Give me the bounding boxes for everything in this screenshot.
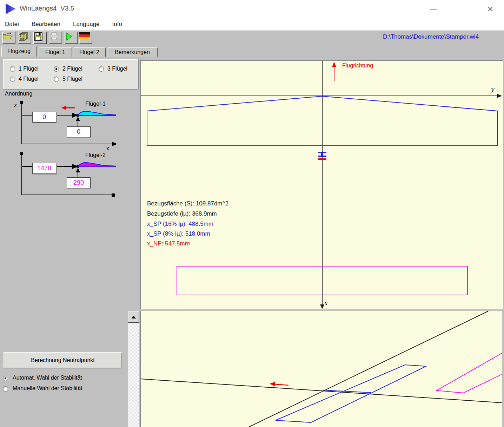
info-bezugstiefe: Bezugstiefe (lµ): 368.9mm: [147, 210, 217, 217]
radio-manual-stability[interactable]: [3, 386, 8, 392]
current-file-path: D:\Thomas\Dokumente\Stamper.wl4: [383, 33, 479, 40]
tab-fluegel-1[interactable]: Flügel 1: [39, 47, 72, 57]
calc-neutralpoint-label: Berechnung Neutralpunkt: [31, 357, 94, 363]
floppy-icon: [34, 32, 43, 41]
tabstrip: Flugzeug Flügel 1 Flügel 2 Bemerkungen: [0, 45, 504, 57]
radio-1-fluegel[interactable]: [10, 66, 15, 72]
wing1-offset-input[interactable]: [32, 112, 56, 123]
radio-5-fluegel-label: 5 Flügel: [62, 76, 82, 82]
wing-count-group: 1 Flügel 2 Flügel 3 Flügel 4 Flügel 5 Fl…: [3, 59, 138, 89]
radio-auto-stability-label: Automat. Wahl der Stabilität: [13, 375, 82, 381]
radio-2-fluegel-label: 2 Flügel: [62, 66, 82, 72]
titlebar: WinLaengs4 V3.5 — ✕: [0, 0, 504, 18]
run-calculation-button[interactable]: [65, 32, 78, 44]
x-axis-label: x: [324, 300, 327, 307]
menubar: Datei Bearbeiten Language Info: [0, 18, 504, 30]
tab-bemerkungen[interactable]: Bemerkungen: [107, 47, 158, 57]
tab-flugzeug[interactable]: Flugzeug: [1, 46, 37, 57]
perspective-view: [140, 311, 502, 427]
menu-datei[interactable]: Datei: [1, 19, 23, 29]
menu-info[interactable]: Info: [108, 19, 126, 29]
minimize-icon: —: [430, 5, 437, 13]
close-button[interactable]: ✕: [482, 4, 498, 15]
language-button[interactable]: [79, 32, 92, 44]
radio-4-fluegel-label: 4 Flügel: [19, 76, 39, 82]
radio-4-fluegel[interactable]: [10, 77, 15, 82]
maximize-button[interactable]: [454, 4, 470, 15]
tab-fluegel-2[interactable]: Flügel 2: [73, 47, 106, 57]
open-file-button[interactable]: [2, 32, 15, 44]
radio-auto-stability[interactable]: [3, 376, 8, 381]
printer-icon: [49, 32, 59, 40]
radio-manual-stability-label: Manuelle Wahl der Stabilität: [13, 385, 82, 392]
scrollbar-up-button[interactable]: [128, 311, 139, 323]
flight-direction-label: Flugrichtung: [342, 63, 373, 69]
arrangement-diagram: z x Flügel-1 Flügel-2: [3, 97, 137, 199]
radio-2-fluegel[interactable]: [54, 66, 59, 72]
wing1-height-input[interactable]: [67, 126, 91, 137]
calc-neutralpoint-button[interactable]: Berechnung Neutralpunkt: [4, 352, 122, 368]
radio-3-fluegel[interactable]: [99, 66, 104, 72]
radio-5-fluegel[interactable]: [54, 77, 59, 82]
z-axis-label: z: [14, 102, 17, 109]
window-title: WinLaengs4 V3.5: [20, 5, 74, 12]
wing2-label: Flügel-2: [85, 152, 106, 158]
tab-label: Flügel 1: [45, 49, 65, 55]
radio-1-fluegel-label: 1 Flügel: [19, 66, 39, 72]
perspective-drawing: [141, 311, 502, 427]
app-icon: [5, 3, 17, 14]
german-flag-icon: [79, 32, 90, 39]
up-arrow-icon: [132, 316, 136, 318]
tab-label: Bemerkungen: [115, 49, 150, 55]
close-icon: ✕: [487, 5, 493, 14]
x-axis-label: x: [106, 145, 109, 152]
toolbar: D:\Thomas\Dokumente\Stamper.wl4: [0, 30, 504, 45]
planform-view: Flugrichtung y x Bezugsfläche (S): 109.8…: [140, 60, 503, 309]
save-button[interactable]: [33, 32, 47, 44]
print-button[interactable]: [49, 32, 62, 44]
scrollbar-track[interactable]: [128, 323, 139, 427]
tab-label: Flügel 2: [79, 49, 99, 55]
planform-drawing: [141, 61, 503, 309]
wing2-height-input[interactable]: [67, 177, 91, 188]
info-xsp8: x_SP (8% lµ): 518.0mm: [147, 230, 210, 237]
menu-language[interactable]: Language: [69, 19, 104, 29]
y-axis-label: y: [491, 86, 494, 93]
green-play-icon: [65, 32, 73, 41]
floppy-stack-icon: [18, 32, 29, 41]
left-panel: 1 Flügel 2 Flügel 3 Flügel 4 Flügel 5 Fl…: [0, 57, 140, 427]
tab-label: Flugzeug: [7, 48, 31, 54]
radio-3-fluegel-label: 3 Flügel: [107, 66, 127, 72]
info-bezugsflaeche: Bezugsfläche (S): 109.87dm^2: [147, 200, 228, 207]
menu-bearbeiten[interactable]: Bearbeiten: [27, 19, 65, 29]
maximize-icon: [459, 6, 465, 12]
open-folder-icon: [2, 32, 12, 40]
anordnung-title: Anordnung: [5, 91, 32, 97]
info-xnp: x_NP: 547.5mm: [147, 240, 190, 247]
minimize-button[interactable]: —: [425, 4, 442, 15]
wing1-label: Flügel-1: [85, 101, 106, 107]
info-xsp16: x_SP (16% lµ): 488.5mm: [147, 221, 213, 228]
wing2-offset-input[interactable]: [32, 163, 56, 174]
save-all-button[interactable]: [18, 32, 31, 44]
